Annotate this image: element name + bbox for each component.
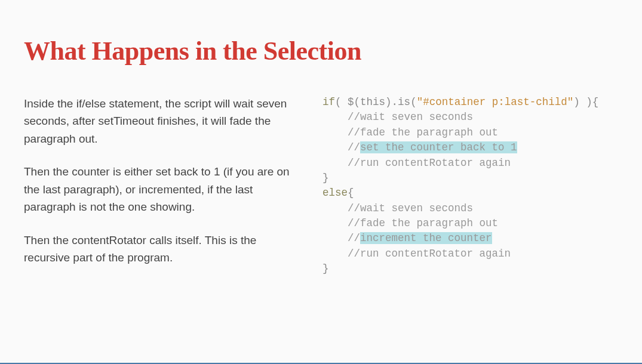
code-line-comment: //run contentRotator again	[322, 156, 618, 171]
brace: {	[348, 187, 354, 199]
paren: (	[410, 96, 417, 108]
slide-title: What Happens in the Selection	[24, 36, 618, 66]
keyword-else: else	[322, 187, 348, 199]
brace: }	[322, 172, 329, 184]
content-area: Inside the if/else statement, the script…	[24, 95, 618, 282]
comment: //fade the paragraph out	[348, 217, 498, 229]
code-line-else: else{	[322, 186, 618, 200]
comment-highlighted: increment the counter	[360, 232, 492, 244]
code-block: if( $(this).is("#container p:last-child"…	[322, 95, 618, 282]
code-line-comment: //run contentRotator again	[322, 246, 618, 261]
code-line-comment: //wait seven seconds	[322, 110, 618, 125]
code-line-comment: //set the counter back to 1	[322, 140, 618, 155]
brace: {	[592, 96, 599, 108]
code-line-comment: //wait seven seconds	[322, 201, 618, 216]
code-line-if: if( $(this).is("#container p:last-child"…	[322, 95, 618, 110]
paren: )	[385, 96, 392, 108]
indent	[322, 248, 348, 260]
indent	[322, 202, 348, 214]
comment: //wait seven seconds	[348, 111, 473, 123]
indent	[322, 232, 348, 244]
space	[342, 96, 348, 108]
paragraph-2: Then the counter is either set back to 1…	[24, 163, 299, 215]
comment: //run contentRotator again	[348, 248, 511, 260]
code-line-comment: //fade the paragraph out	[322, 125, 618, 140]
dot: .	[392, 96, 398, 108]
code-line-comment: //increment the counter	[322, 231, 618, 246]
comment-prefix: //	[348, 232, 360, 244]
paren: (	[335, 96, 342, 108]
paren: )	[580, 96, 592, 108]
comment: //wait seven seconds	[348, 202, 473, 214]
comment: //run contentRotator again	[348, 157, 511, 169]
comment-highlighted: set the counter back to 1	[360, 141, 517, 153]
paren: )	[573, 96, 580, 108]
jquery-dollar: $(	[348, 96, 360, 108]
method-is: is	[398, 96, 410, 108]
indent	[322, 127, 348, 138]
indent	[322, 111, 348, 123]
comment: //fade the paragraph out	[348, 127, 498, 138]
this-keyword: this	[360, 96, 385, 108]
comment-prefix: //	[348, 141, 360, 153]
keyword-if: if	[322, 96, 335, 108]
paragraph-3: Then the contentRotator calls itself. Th…	[24, 232, 299, 267]
code-line-comment: //fade the paragraph out	[322, 216, 618, 231]
indent	[322, 141, 348, 153]
selector-string: "#container p:last-child"	[417, 96, 574, 108]
text-column: Inside the if/else statement, the script…	[24, 95, 299, 282]
code-line-brace: }	[322, 261, 618, 276]
indent	[322, 157, 348, 169]
indent	[322, 217, 348, 229]
paragraph-1: Inside the if/else statement, the script…	[24, 95, 299, 147]
brace: }	[322, 263, 329, 274]
code-line-brace: }	[322, 171, 618, 186]
